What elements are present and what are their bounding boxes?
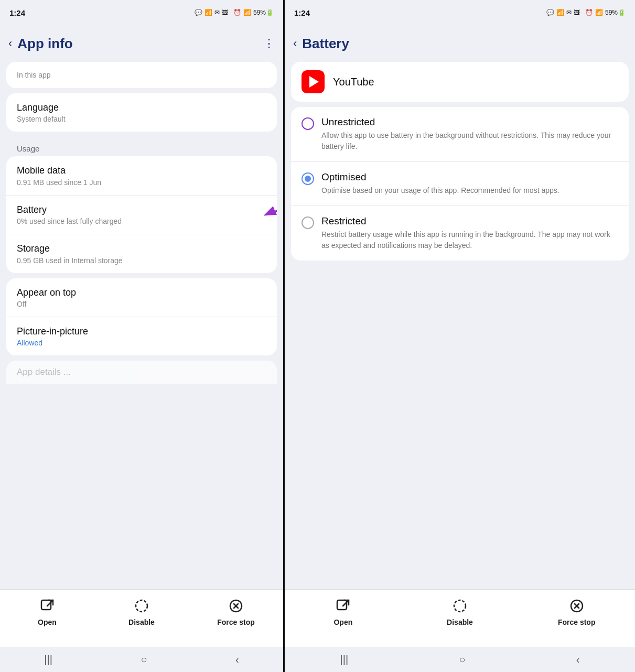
storage-title: Storage (17, 243, 266, 255)
language-row[interactable]: Language System default (6, 93, 277, 132)
email-icon: ✉ (214, 9, 220, 16)
partial-bottom-text: App details ... (17, 367, 266, 377)
optimised-radio[interactable] (302, 172, 314, 185)
force-stop-icon-right (568, 597, 586, 615)
gesture-home-right: ○ (459, 654, 465, 666)
in-this-app-row[interactable]: In this app (6, 62, 277, 88)
alarm-icon: ⏰ (233, 9, 241, 16)
gallery-icon: 🖼 (222, 9, 228, 16)
back-button-left[interactable]: ‹ (8, 37, 12, 50)
battery-options-card: Unrestricted Allow this app to use batte… (291, 107, 629, 261)
appear-on-top-subtitle: Off (17, 300, 266, 308)
language-subtitle: System default (17, 115, 266, 123)
svg-rect-1 (41, 600, 51, 610)
content-left: In this app Language System default Usag… (0, 62, 283, 589)
unrestricted-radio[interactable] (302, 117, 314, 130)
gesture-home-left: ○ (141, 654, 147, 666)
optimised-text: Optimised Optimise based on your usage o… (321, 171, 618, 196)
wifi-icon: 📶 (243, 9, 251, 16)
app-name-label: YouTube (333, 76, 374, 88)
bottom-nav-left: Open Disable Force stop (0, 589, 283, 647)
optimised-option[interactable]: Optimised Optimise based on your usage o… (291, 162, 629, 206)
mobile-data-subtitle: 0.91 MB used since 1 Jun (17, 178, 266, 187)
force-stop-button-left[interactable]: Force stop (189, 597, 283, 626)
optimised-title: Optimised (321, 171, 618, 183)
whatsapp-icon: 💬 (195, 9, 202, 16)
status-bar-left: 1:24 💬 📶 ✉ 🖼 ⏰ 📶 59%🔋 (0, 0, 283, 25)
gallery-icon-r: 🖼 (574, 9, 580, 16)
restricted-radio[interactable] (302, 216, 314, 229)
battery-icon-r: 59%🔋 (605, 9, 626, 16)
force-stop-icon-left (227, 597, 245, 615)
appear-on-top-title: Appear on top (17, 287, 266, 299)
youtube-icon (302, 70, 325, 93)
unrestricted-option[interactable]: Unrestricted Allow this app to use batte… (291, 107, 629, 162)
more-options-button[interactable]: ⋮ (263, 37, 275, 50)
restricted-option[interactable]: Restricted Restrict battery usage while … (291, 206, 629, 261)
battery-icon: 59%🔋 (253, 9, 274, 16)
status-time-right: 1:24 (294, 8, 310, 17)
content-right: YouTube Unrestricted Allow this app to u… (285, 62, 635, 589)
storage-subtitle: 0.95 GB used in Internal storage (17, 256, 266, 265)
gesture-back-right: ‹ (576, 654, 580, 666)
disable-button-left[interactable]: Disable (94, 597, 189, 626)
mobile-data-title: Mobile data (17, 165, 266, 177)
unrestricted-text: Unrestricted Allow this app to use batte… (321, 116, 618, 152)
disable-icon-right (451, 597, 469, 615)
battery-row-left[interactable]: Battery 0% used since last fully charged (6, 196, 277, 234)
storage-row[interactable]: Storage 0.95 GB used in Internal storage (6, 234, 277, 273)
page-title-right: Battery (302, 36, 627, 52)
email-icon-r: ✉ (566, 9, 572, 16)
appear-on-top-row[interactable]: Appear on top Off (6, 278, 277, 317)
open-icon-right (334, 597, 352, 615)
page-title-left: App info (17, 36, 263, 52)
open-button-right[interactable]: Open (285, 597, 402, 626)
picture-in-picture-row[interactable]: Picture-in-picture Allowed (6, 317, 277, 355)
appear-on-top-card: Appear on top Off Picture-in-picture All… (6, 278, 277, 356)
language-title: Language (17, 102, 266, 114)
in-this-app-card: In this app (6, 62, 277, 88)
pip-subtitle: Allowed (17, 339, 266, 347)
purple-arrow-icon (259, 205, 277, 224)
status-icons-right: 💬 📶 ✉ 🖼 ⏰ 📶 59%🔋 (546, 9, 626, 16)
status-bar-right: 1:24 💬 📶 ✉ 🖼 ⏰ 📶 59%🔋 (285, 0, 635, 25)
svg-rect-6 (337, 600, 347, 610)
usage-card: Mobile data 0.91 MB used since 1 Jun Bat… (6, 156, 277, 273)
restricted-text: Restricted Restrict battery usage while … (321, 215, 618, 251)
in-this-app-text: In this app (17, 71, 51, 79)
signal-icon-r: 📶 (556, 9, 564, 16)
header-left: ‹ App info ⋮ (0, 25, 283, 62)
alarm-icon-r: ⏰ (585, 9, 593, 16)
mobile-data-row[interactable]: Mobile data 0.91 MB used since 1 Jun (6, 156, 277, 195)
language-card: Language System default (6, 93, 277, 132)
battery-subtitle-left: 0% used since last fully charged (17, 217, 266, 225)
whatsapp-icon-r: 💬 (546, 9, 554, 16)
open-icon-left (38, 597, 56, 615)
bottom-nav-right: Open Disable Force stop (285, 589, 635, 647)
usage-section-label: Usage (6, 137, 277, 156)
restricted-title: Restricted (321, 215, 618, 227)
disable-button-right[interactable]: Disable (402, 597, 519, 626)
open-button-left[interactable]: Open (0, 597, 94, 626)
status-time-left: 1:24 (9, 8, 25, 17)
disable-label-right: Disable (447, 618, 473, 626)
wifi-icon-r: 📶 (595, 9, 603, 16)
back-button-right[interactable]: ‹ (293, 37, 297, 50)
force-stop-label-right: Force stop (558, 618, 596, 626)
gesture-menu-right: ||| (340, 654, 349, 666)
open-label-right: Open (333, 618, 352, 626)
status-icons-left: 💬 📶 ✉ 🖼 ⏰ 📶 59%🔋 (195, 9, 274, 16)
unrestricted-title: Unrestricted (321, 116, 618, 128)
open-label-left: Open (38, 618, 57, 626)
disable-label-left: Disable (128, 618, 155, 626)
force-stop-button-right[interactable]: Force stop (518, 597, 635, 626)
battery-title-left: Battery (17, 204, 266, 216)
signal-icon: 📶 (205, 9, 212, 16)
app-header-card: YouTube (291, 62, 629, 102)
svg-point-2 (136, 600, 147, 612)
unrestricted-desc: Allow this app to use battery in the bac… (321, 130, 618, 152)
svg-point-7 (454, 600, 466, 612)
gesture-menu-left: ||| (44, 654, 52, 666)
left-panel: 1:24 💬 📶 ✉ 🖼 ⏰ 📶 59%🔋 ‹ App info ⋮ In th… (0, 0, 283, 672)
gesture-bar-left: ||| ○ ‹ (0, 647, 283, 672)
